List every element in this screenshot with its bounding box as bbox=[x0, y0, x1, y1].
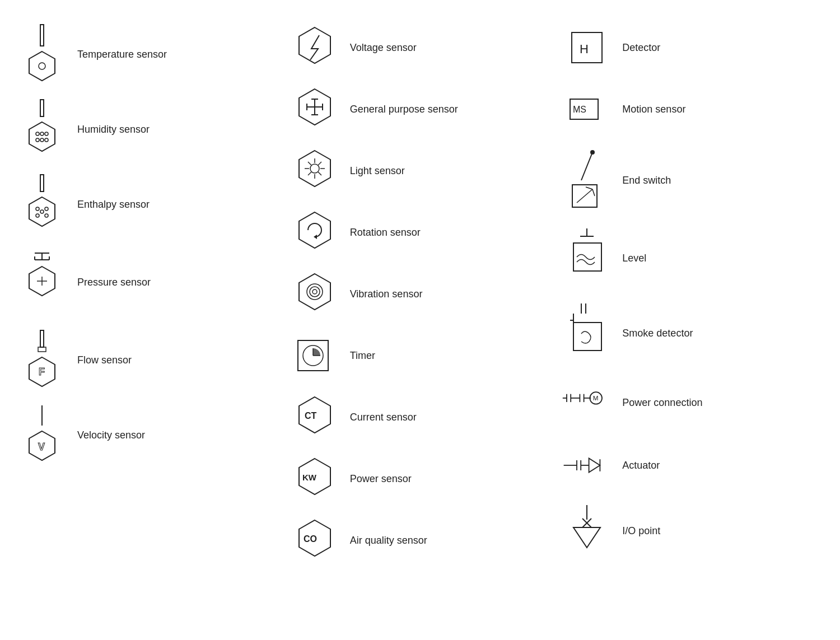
humidity-sensor-symbol bbox=[17, 99, 67, 160]
timer-symbol bbox=[290, 336, 340, 375]
svg-point-15 bbox=[40, 210, 44, 213]
column-2: Voltage sensor General purpose senso bbox=[284, 17, 557, 571]
svg-line-74 bbox=[577, 189, 592, 203]
temperature-sensor-symbol bbox=[17, 24, 67, 85]
svg-marker-53 bbox=[299, 274, 330, 310]
svg-text:KW: KW bbox=[302, 473, 317, 482]
current-sensor-label: Current sensor bbox=[350, 412, 417, 423]
light-sensor-row: Light sensor bbox=[284, 140, 557, 202]
svg-text:CO: CO bbox=[304, 534, 317, 544]
svg-line-75 bbox=[592, 189, 595, 196]
column-3: H Detector MS Motion sensor bbox=[556, 17, 829, 571]
svg-rect-26 bbox=[40, 330, 44, 347]
power-connection-label: Power connection bbox=[622, 397, 702, 409]
pressure-sensor-row: Pressure sensor bbox=[11, 242, 284, 323]
motion-sensor-symbol: MS bbox=[562, 92, 612, 126]
rotation-sensor-row: Rotation sensor bbox=[284, 202, 557, 263]
svg-marker-51 bbox=[299, 212, 330, 248]
humidity-sensor-label: Humidity sensor bbox=[77, 124, 150, 136]
end-switch-row: End switch bbox=[556, 140, 829, 221]
svg-text:MS: MS bbox=[573, 105, 586, 114]
flow-sensor-symbol: F bbox=[17, 329, 67, 391]
detector-label: Detector bbox=[622, 42, 660, 54]
general-purpose-sensor-label: General purpose sensor bbox=[350, 104, 458, 115]
svg-marker-103 bbox=[573, 527, 600, 548]
rotation-sensor-symbol bbox=[290, 210, 340, 255]
svg-point-55 bbox=[310, 287, 320, 297]
pressure-sensor-symbol bbox=[17, 249, 67, 316]
svg-rect-0 bbox=[40, 25, 44, 46]
svg-text:F: F bbox=[39, 366, 45, 377]
svg-point-42 bbox=[310, 164, 319, 173]
actuator-label: Actuator bbox=[622, 460, 660, 471]
flow-sensor-label: Flow sensor bbox=[77, 354, 132, 366]
io-point-symbol bbox=[562, 503, 612, 559]
svg-marker-4 bbox=[29, 122, 55, 151]
column-1: Temperature sensor Humidi bbox=[11, 17, 284, 571]
svg-text:CT: CT bbox=[305, 411, 317, 421]
velocity-sensor-label: Velocity sensor bbox=[77, 429, 145, 441]
smoke-detector-label: Smoke detector bbox=[622, 328, 693, 339]
svg-rect-84 bbox=[573, 323, 601, 351]
rotation-sensor-label: Rotation sensor bbox=[350, 227, 421, 239]
svg-point-6 bbox=[40, 132, 44, 136]
vibration-sensor-symbol bbox=[290, 272, 340, 316]
svg-line-72 bbox=[581, 152, 592, 180]
svg-text:V: V bbox=[38, 441, 45, 452]
svg-rect-3 bbox=[40, 100, 44, 116]
svg-point-16 bbox=[36, 214, 39, 217]
svg-marker-1 bbox=[29, 52, 55, 81]
temperature-sensor-row: Temperature sensor bbox=[11, 17, 284, 92]
main-grid: Temperature sensor Humidi bbox=[0, 0, 840, 588]
light-sensor-label: Light sensor bbox=[350, 165, 405, 177]
level-row: Level bbox=[556, 221, 829, 296]
svg-point-14 bbox=[45, 207, 48, 211]
svg-marker-12 bbox=[29, 197, 55, 226]
svg-marker-98 bbox=[589, 458, 600, 472]
actuator-symbol bbox=[562, 449, 612, 482]
svg-point-9 bbox=[40, 138, 44, 142]
vibration-sensor-row: Vibration sensor bbox=[284, 263, 557, 325]
timer-row: Timer bbox=[284, 325, 557, 386]
air-quality-sensor-symbol: CO bbox=[290, 518, 340, 563]
level-label: Level bbox=[622, 253, 646, 264]
svg-marker-41 bbox=[299, 151, 330, 186]
general-purpose-sensor-row: General purpose sensor bbox=[284, 78, 557, 140]
svg-point-54 bbox=[312, 289, 317, 294]
pressure-sensor-label: Pressure sensor bbox=[77, 277, 151, 288]
current-sensor-row: CT Current sensor bbox=[284, 386, 557, 448]
svg-rect-11 bbox=[40, 175, 44, 191]
motion-sensor-label: Motion sensor bbox=[622, 104, 685, 115]
svg-point-7 bbox=[45, 132, 48, 136]
svg-line-47 bbox=[308, 162, 311, 165]
power-connection-symbol: M bbox=[562, 377, 612, 428]
svg-text:H: H bbox=[580, 42, 589, 56]
svg-point-56 bbox=[307, 284, 323, 300]
actuator-row: Actuator bbox=[556, 435, 829, 496]
enthalpy-sensor-symbol bbox=[17, 174, 67, 235]
svg-point-17 bbox=[45, 214, 48, 217]
air-quality-sensor-label: Air quality sensor bbox=[350, 535, 427, 546]
svg-line-76 bbox=[586, 187, 592, 189]
motion-sensor-row: MS Motion sensor bbox=[556, 78, 829, 140]
velocity-sensor-symbol: V bbox=[17, 404, 67, 466]
svg-text:M: M bbox=[593, 394, 599, 401]
io-point-label: I/O point bbox=[622, 525, 660, 537]
humidity-sensor-row: Humidity sensor bbox=[11, 92, 284, 167]
power-sensor-label: Power sensor bbox=[350, 473, 412, 485]
end-switch-label: End switch bbox=[622, 175, 671, 186]
svg-point-13 bbox=[36, 207, 39, 211]
svg-point-10 bbox=[45, 138, 48, 142]
general-purpose-sensor-symbol bbox=[290, 87, 340, 132]
power-connection-row: M Power connection bbox=[556, 371, 829, 435]
svg-line-50 bbox=[308, 172, 311, 175]
timer-label: Timer bbox=[350, 350, 375, 362]
io-point-row: I/O point bbox=[556, 496, 829, 566]
current-sensor-symbol: CT bbox=[290, 395, 340, 440]
light-sensor-symbol bbox=[290, 148, 340, 193]
svg-marker-52 bbox=[314, 235, 317, 239]
vibration-sensor-label: Vibration sensor bbox=[350, 288, 423, 300]
smoke-detector-row: Smoke detector bbox=[556, 296, 829, 371]
detector-symbol: H bbox=[562, 28, 612, 67]
power-sensor-row: KW Power sensor bbox=[284, 448, 557, 510]
